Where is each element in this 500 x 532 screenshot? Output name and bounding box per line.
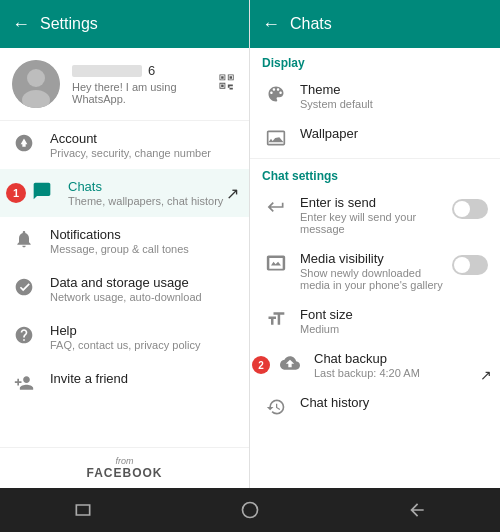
storage-title: Data and storage usage — [50, 275, 237, 290]
invite-title: Invite a friend — [50, 371, 237, 386]
profile-status: Hey there! I am using WhatsApp. — [72, 81, 217, 105]
chats-icon — [30, 181, 54, 201]
chat-backup-icon — [276, 353, 304, 373]
right-item-theme[interactable]: Theme System default — [250, 74, 500, 118]
wallpaper-title: Wallpaper — [300, 126, 488, 141]
cursor-indicator-2: ↗ — [480, 367, 492, 383]
media-visibility-subtitle: Show newly downloaded media in your phon… — [300, 267, 452, 291]
invite-icon — [12, 373, 36, 393]
help-title: Help — [50, 323, 237, 338]
profile-info: 6 Hey there! I am using WhatsApp. — [72, 63, 217, 105]
theme-icon — [262, 84, 290, 104]
notifications-subtitle: Message, group & call tones — [50, 243, 237, 255]
left-header: ← Settings — [0, 0, 249, 48]
chat-history-text: Chat history — [300, 395, 488, 410]
storage-menu-text: Data and storage usage Network usage, au… — [50, 275, 237, 303]
invite-menu-text: Invite a friend — [50, 371, 237, 386]
theme-title: Theme — [300, 82, 488, 97]
account-icon — [12, 133, 36, 153]
bottom-nav — [0, 488, 500, 532]
left-panel: ← Settings 6 Hey there! I am using Whats… — [0, 0, 250, 488]
media-visibility-toggle-knob — [454, 257, 470, 273]
right-item-chat-history[interactable]: Chat history — [250, 387, 500, 425]
profile-section[interactable]: 6 Hey there! I am using WhatsApp. — [0, 48, 249, 121]
chat-backup-badge: 2 — [252, 356, 270, 374]
enter-send-toggle-knob — [454, 201, 470, 217]
right-panel: ← Chats Display Theme System default Wal… — [250, 0, 500, 488]
media-visibility-toggle[interactable] — [452, 255, 488, 275]
nav-back-button[interactable] — [397, 498, 437, 522]
storage-icon — [12, 277, 36, 297]
help-subtitle: FAQ, contact us, privacy policy — [50, 339, 237, 351]
help-menu-text: Help FAQ, contact us, privacy policy — [50, 323, 237, 351]
wallpaper-text: Wallpaper — [300, 126, 488, 141]
right-header: ← Chats — [250, 0, 500, 48]
account-title: Account — [50, 131, 237, 146]
chats-title: Chats — [68, 179, 237, 194]
media-visibility-title: Media visibility — [300, 251, 452, 266]
right-item-chat-backup[interactable]: 2 Chat backup Last backup: 4:20 AM ↗ — [250, 343, 500, 387]
nav-recent-button[interactable] — [63, 498, 103, 522]
profile-name-blur — [72, 65, 142, 77]
profile-name-row: 6 — [72, 63, 217, 78]
profile-count: 6 — [148, 63, 155, 78]
chats-menu-text: Chats Theme, wallpapers, chat history — [68, 179, 237, 207]
facebook-brand: FACEBOOK — [8, 466, 241, 480]
chat-settings-section-header: Chat settings — [250, 161, 500, 187]
right-item-enter-send[interactable]: Enter is send Enter key will send your m… — [250, 187, 500, 243]
chat-history-icon — [262, 397, 290, 417]
menu-item-chats[interactable]: 1 Chats Theme, wallpapers, chat history … — [0, 169, 249, 217]
enter-send-text: Enter is send Enter key will send your m… — [300, 195, 452, 235]
media-visibility-icon — [262, 253, 290, 273]
facebook-footer: from FACEBOOK — [0, 447, 249, 488]
cursor-indicator: ↗ — [226, 184, 239, 203]
chat-backup-text: Chat backup Last backup: 4:20 AM — [314, 351, 488, 379]
enter-send-toggle[interactable] — [452, 199, 488, 219]
right-item-font-size[interactable]: Font size Medium — [250, 299, 500, 343]
media-visibility-text: Media visibility Show newly downloaded m… — [300, 251, 452, 291]
menu-item-invite[interactable]: Invite a friend — [0, 361, 249, 403]
chats-subtitle: Theme, wallpapers, chat history — [68, 195, 237, 207]
help-icon — [12, 325, 36, 345]
svg-point-1 — [27, 69, 45, 87]
menu-item-storage[interactable]: Data and storage usage Network usage, au… — [0, 265, 249, 313]
menu-item-account[interactable]: Account Privacy, security, change number — [0, 121, 249, 169]
chats-badge: 1 — [6, 183, 26, 203]
main-content: ← Settings 6 Hey there! I am using Whats… — [0, 0, 500, 488]
svg-point-3 — [242, 503, 257, 518]
enter-send-icon — [262, 197, 290, 217]
menu-item-help[interactable]: Help FAQ, contact us, privacy policy — [0, 313, 249, 361]
font-size-title: Font size — [300, 307, 488, 322]
left-back-button[interactable]: ← — [12, 14, 30, 35]
menu-item-notifications[interactable]: Notifications Message, group & call tone… — [0, 217, 249, 265]
chat-backup-subtitle: Last backup: 4:20 AM — [314, 367, 488, 379]
nav-home-button[interactable] — [230, 498, 270, 522]
notifications-menu-text: Notifications Message, group & call tone… — [50, 227, 237, 255]
right-back-button[interactable]: ← — [262, 14, 280, 35]
theme-text: Theme System default — [300, 82, 488, 110]
right-item-wallpaper[interactable]: Wallpaper — [250, 118, 500, 156]
left-header-title: Settings — [40, 15, 98, 33]
chat-backup-title: Chat backup — [314, 351, 488, 366]
notifications-title: Notifications — [50, 227, 237, 242]
facebook-from-label: from — [8, 456, 241, 466]
enter-send-subtitle: Enter key will send your message — [300, 211, 452, 235]
wallpaper-icon — [262, 128, 290, 148]
divider-1 — [250, 158, 500, 159]
account-menu-text: Account Privacy, security, change number — [50, 131, 237, 159]
storage-subtitle: Network usage, auto-download — [50, 291, 237, 303]
account-subtitle: Privacy, security, change number — [50, 147, 237, 159]
font-size-icon — [262, 309, 290, 329]
qr-icon[interactable] — [217, 72, 237, 97]
right-item-media-visibility[interactable]: Media visibility Show newly downloaded m… — [250, 243, 500, 299]
avatar — [12, 60, 60, 108]
right-header-title: Chats — [290, 15, 332, 33]
notifications-icon — [12, 229, 36, 249]
font-size-subtitle: Medium — [300, 323, 488, 335]
theme-subtitle: System default — [300, 98, 488, 110]
display-section-header: Display — [250, 48, 500, 74]
font-size-text: Font size Medium — [300, 307, 488, 335]
chat-history-title: Chat history — [300, 395, 488, 410]
enter-send-title: Enter is send — [300, 195, 452, 210]
